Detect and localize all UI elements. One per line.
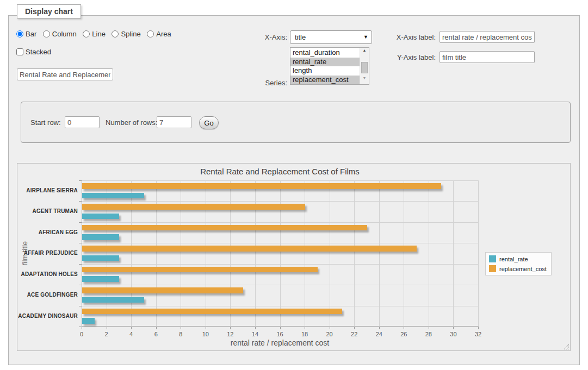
y-tick-mark — [79, 327, 82, 327]
chart-title-input[interactable] — [17, 68, 113, 80]
radio-line[interactable]: Line — [83, 30, 106, 38]
gridline-horizontal — [82, 222, 478, 223]
x-tick-label: 30 — [445, 331, 461, 337]
series-listbox-label: Series: — [243, 77, 287, 90]
x-tick-label: 6 — [148, 331, 164, 337]
gridline-vertical — [478, 180, 479, 327]
yaxis-label-input[interactable] — [440, 51, 535, 63]
bar-rental_rate — [82, 255, 119, 261]
category-label: AFFAIR PREJUDICE — [18, 243, 78, 264]
gridline-vertical — [429, 180, 429, 327]
x-tick-label: 16 — [272, 331, 288, 337]
bar-replacement_cost — [82, 225, 367, 231]
radio-spline[interactable]: Spline — [112, 30, 140, 38]
gridline-vertical — [206, 180, 206, 327]
radio-area-input[interactable] — [147, 30, 154, 37]
x-tick-label: 4 — [123, 331, 139, 337]
stacked-checkbox-label[interactable]: Stacked — [16, 48, 51, 56]
y-axis-line — [82, 180, 82, 327]
chart-title: Rental Rate and Replacement Cost of Film… — [82, 167, 478, 176]
rows-panel: Start row: Number of rows: Go — [21, 102, 571, 143]
chart-legend: rental_ratereplacement_cost — [485, 252, 552, 275]
listbox-option[interactable]: length — [290, 66, 360, 76]
gridline-vertical — [280, 180, 281, 327]
bar-replacement_cost — [82, 204, 305, 210]
page: Display chart Bar Column Line Spline Are… — [0, 0, 588, 370]
gridline-horizontal — [82, 327, 478, 327]
x-tick-label: 2 — [98, 331, 115, 337]
dropdown-arrow-icon — [363, 31, 368, 43]
x-tick-label: 24 — [371, 331, 387, 337]
chart-type-radio-group: Bar Column Line Spline Area — [16, 30, 176, 38]
gridline-vertical — [354, 180, 355, 327]
bar-rental_rate — [82, 318, 95, 324]
scroll-up-icon[interactable] — [360, 48, 369, 56]
scroll-down-icon[interactable] — [360, 76, 369, 84]
radio-column[interactable]: Column — [43, 30, 77, 38]
x-tick-label: 8 — [172, 331, 189, 337]
radio-bar[interactable]: Bar — [16, 30, 36, 38]
bar-replacement_cost — [82, 246, 417, 252]
row-count-input[interactable] — [157, 116, 191, 128]
legend-swatch-icon — [489, 255, 496, 262]
gridline-vertical — [107, 180, 107, 327]
x-tick-label: 20 — [321, 331, 338, 337]
yaxis-label-label: Y-Axis label: — [384, 51, 436, 64]
bar-rental_rate — [82, 234, 119, 240]
start-row-label: Start row: — [30, 116, 61, 129]
category-label: ACE GOLDFINGER — [18, 285, 78, 305]
radio-column-input[interactable] — [43, 30, 50, 37]
xaxis-selected-value: title — [295, 31, 306, 43]
xaxis-select[interactable]: title — [290, 30, 372, 44]
bar-replacement_cost — [82, 183, 441, 189]
resize-handle-icon[interactable] — [563, 343, 569, 349]
scrollbar-thumb[interactable] — [361, 62, 368, 73]
radio-bar-input[interactable] — [16, 30, 23, 37]
gridline-horizontal — [82, 264, 478, 265]
xaxis-label-label: X-Axis label: — [384, 31, 436, 44]
gridline-vertical — [305, 180, 305, 327]
bar-replacement_cost — [82, 267, 318, 273]
xaxis-label-input[interactable] — [440, 31, 535, 43]
bar-replacement_cost — [82, 287, 243, 293]
legend-label: replacement_cost — [499, 266, 547, 272]
category-label: AFRICAN EGG — [18, 222, 78, 243]
radio-line-input[interactable] — [83, 30, 90, 37]
go-button[interactable]: Go — [199, 116, 219, 129]
x-tick-mark — [478, 327, 479, 329]
gridline-horizontal — [82, 285, 478, 285]
gridline-vertical — [156, 180, 157, 327]
stacked-checkbox[interactable] — [16, 48, 23, 55]
panel-title: Display chart — [17, 4, 81, 18]
legend-entry: rental_rate — [489, 255, 547, 262]
x-tick-label: 22 — [346, 331, 362, 337]
legend-entry: replacement_cost — [489, 265, 547, 272]
gridline-horizontal — [82, 243, 478, 243]
bar-replacement_cost — [82, 309, 342, 315]
xaxis-select-label: X-Axis: — [243, 31, 287, 44]
listbox-option[interactable]: rental_rate — [290, 58, 360, 67]
x-tick-label: 32 — [470, 331, 486, 337]
bar-rental_rate — [82, 193, 144, 199]
gridline-vertical — [255, 180, 256, 327]
x-tick-label: 28 — [420, 331, 437, 337]
radio-spline-input[interactable] — [112, 30, 119, 37]
legend-swatch-icon — [489, 265, 496, 272]
listbox-scrollbar[interactable] — [360, 48, 369, 84]
listbox-option[interactable]: rental_duration — [290, 48, 360, 58]
row-count-label: Number of rows: — [106, 116, 157, 129]
category-label: AIRPLANE SIERRA — [18, 180, 78, 201]
x-tick-label: 14 — [247, 331, 263, 337]
x-axis-line — [82, 326, 478, 327]
plot-area: 02468101214161820222426283032AIRPLANE SI… — [82, 180, 478, 327]
radio-area[interactable]: Area — [147, 30, 171, 38]
series-options: rental_durationrental_ratelengthreplacem… — [290, 48, 360, 84]
start-row-input[interactable] — [65, 116, 100, 128]
listbox-option[interactable]: replacement_cost — [290, 76, 360, 85]
gridline-vertical — [181, 180, 181, 327]
bar-rental_rate — [82, 276, 119, 282]
series-listbox[interactable]: rental_durationrental_ratelengthreplacem… — [290, 47, 369, 85]
gridline-vertical — [453, 180, 454, 327]
gridline-horizontal — [82, 306, 478, 306]
category-label: AGENT TRUMAN — [18, 201, 78, 222]
